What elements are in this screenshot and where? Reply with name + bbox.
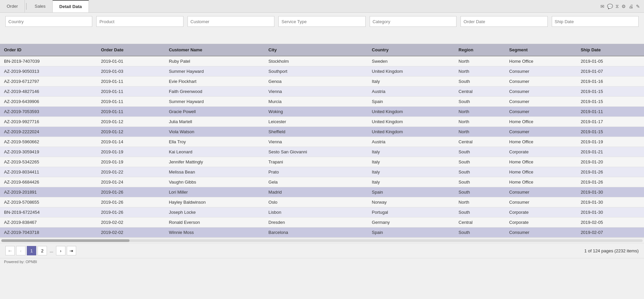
- table-cell: United Kingdom: [368, 107, 455, 117]
- table-row[interactable]: AZ-2019-22220242019-01-12Viola WatsonShe…: [0, 127, 644, 137]
- table-cell: AZ-2019-5960662: [0, 137, 97, 147]
- table-cell: 2019-01-20: [577, 157, 644, 167]
- table-cell: 2019-01-11: [97, 107, 165, 117]
- email-icon[interactable]: ✉: [600, 4, 604, 9]
- table-cell: 2019-02-05: [577, 217, 644, 228]
- tab-sales[interactable]: Sales: [28, 0, 53, 12]
- filter-icon[interactable]: ⧖: [615, 3, 619, 9]
- table-cell: 2019-01-26: [577, 177, 644, 187]
- data-table-wrapper: Order ID Order Date Customer Name City C…: [0, 44, 644, 238]
- settings-icon[interactable]: ⚙: [622, 4, 626, 9]
- filter-category: [370, 16, 457, 40]
- table-cell: Madrid: [264, 187, 368, 197]
- table-cell: Home Office: [505, 157, 577, 167]
- table-cell: Central: [454, 87, 505, 97]
- table-cell: North: [454, 197, 505, 207]
- table-cell: 2019-01-11: [97, 87, 165, 97]
- filter-ship-date: [552, 16, 639, 40]
- table-cell: 2019-01-11: [97, 77, 165, 87]
- comment-icon[interactable]: 💬: [607, 4, 613, 9]
- table-cell: 2019-01-12: [97, 127, 165, 137]
- col-segment: Segment: [505, 44, 577, 56]
- table-row[interactable]: AZ-2019-64399062019-01-11Summer HaywardM…: [0, 97, 644, 107]
- table-cell: Evie Flockhart: [165, 77, 264, 87]
- table-cell: Julia Martell: [165, 117, 264, 127]
- table-cell: Hayley Baldwinson: [165, 197, 264, 207]
- table-cell: Austria: [368, 137, 455, 147]
- footer: Powered by: OPNBI: [0, 258, 644, 265]
- table-row[interactable]: BN-2019-67224542019-01-26Joseph LockeLis…: [0, 207, 644, 217]
- table-cell: South: [454, 228, 505, 238]
- tab-detail-data[interactable]: Detail Data: [53, 0, 89, 12]
- table-cell: 2019-01-26: [97, 187, 165, 197]
- page-ellipsis: ...: [48, 248, 55, 253]
- table-cell: 2019-02-07: [577, 228, 644, 238]
- table-row[interactable]: AZ-2019-99277162019-01-12Julia MartellLe…: [0, 117, 644, 127]
- table-cell: AZ-2019-201891: [0, 187, 97, 197]
- table-row[interactable]: AZ-2019-57086552019-01-26Hayley Baldwins…: [0, 197, 644, 207]
- table-cell: Faith Greenwood: [165, 87, 264, 97]
- category-input[interactable]: [370, 16, 457, 27]
- table-cell: South: [454, 207, 505, 217]
- first-page-button[interactable]: ⇤: [5, 246, 15, 255]
- table-row[interactable]: AZ-2019-66844262019-01-24Vaughn GibbsGel…: [0, 177, 644, 187]
- data-table: Order ID Order Date Customer Name City C…: [0, 44, 644, 238]
- table-cell: 2019-01-07: [577, 66, 644, 77]
- scrollbar-thumb[interactable]: [1, 239, 129, 242]
- table-row[interactable]: BN-2019-74070392019-01-01Ruby PatelStock…: [0, 56, 644, 66]
- table-cell: South: [454, 147, 505, 157]
- edit-icon[interactable]: ✎: [636, 4, 640, 9]
- table-cell: Ella Troy: [165, 137, 264, 147]
- filter-order-date: [461, 16, 547, 40]
- table-cell: Viola Watson: [165, 127, 264, 137]
- table-cell: Genoa: [264, 77, 368, 87]
- table-cell: Home Office: [505, 56, 577, 66]
- table-row[interactable]: AZ-2019-70535932019-01-11Gracie PowellWo…: [0, 107, 644, 117]
- table-cell: BN-2019-6722454: [0, 207, 97, 217]
- prev-page-button[interactable]: ‹: [16, 246, 25, 255]
- page-1-button[interactable]: 1: [27, 246, 36, 255]
- product-input[interactable]: [96, 16, 183, 27]
- table-row[interactable]: AZ-2019-59606622019-01-14Ella TroyVienna…: [0, 137, 644, 147]
- table-cell: Austria: [368, 87, 455, 97]
- table-cell: Consumer: [505, 197, 577, 207]
- table-cell: South: [454, 167, 505, 177]
- col-country: Country: [368, 44, 455, 56]
- horizontal-scrollbar[interactable]: [0, 238, 644, 243]
- print-icon[interactable]: 🖨: [629, 4, 633, 9]
- table-cell: 2019-01-30: [577, 187, 644, 197]
- customer-input[interactable]: [187, 16, 274, 27]
- table-cell: South: [454, 177, 505, 187]
- table-cell: 2019-01-16: [577, 77, 644, 87]
- table-row[interactable]: AZ-2019-48271462019-01-11Faith Greenwood…: [0, 87, 644, 97]
- table-cell: North: [454, 56, 505, 66]
- page-2-button[interactable]: 2: [38, 246, 47, 255]
- table-row[interactable]: AZ-2019-8384672019-02-02Ronald EversonDr…: [0, 217, 644, 228]
- table-cell: Kai Leonard: [165, 147, 264, 157]
- table-cell: Lisbon: [264, 207, 368, 217]
- filter-service-type: [278, 16, 365, 40]
- table-row[interactable]: AZ-2019-80344112019-01-22Melissa BeanPra…: [0, 167, 644, 177]
- table-row[interactable]: AZ-2019-2018912019-01-26Lori MillerMadri…: [0, 187, 644, 197]
- table-row[interactable]: AZ-2019-70437182019-02-02Winnie MossBarc…: [0, 228, 644, 238]
- table-cell: 2019-01-26: [97, 197, 165, 207]
- order-date-input[interactable]: [461, 16, 547, 27]
- table-cell: 2019-01-17: [577, 117, 644, 127]
- table-row[interactable]: AZ-2019-67127972019-01-11Evie FlockhartG…: [0, 77, 644, 87]
- table-cell: 2019-01-15: [577, 87, 644, 97]
- col-ship-date: Ship Date: [577, 44, 644, 56]
- table-cell: 2019-01-26: [577, 167, 644, 177]
- ship-date-input[interactable]: [552, 16, 639, 27]
- table-row[interactable]: AZ-2019-53422652019-01-19Jennifer Mattin…: [0, 157, 644, 167]
- table-cell: Consumer: [505, 187, 577, 197]
- next-page-button[interactable]: ›: [56, 246, 65, 255]
- country-input[interactable]: [5, 16, 92, 27]
- last-page-button[interactable]: ⇥: [67, 246, 76, 255]
- table-row[interactable]: AZ-2019-90503132019-01-03Summer HaywardS…: [0, 66, 644, 77]
- table-cell: North: [454, 66, 505, 77]
- table-cell: Vienna: [264, 137, 368, 147]
- tab-order[interactable]: Order: [0, 0, 25, 12]
- table-cell: Vienna: [264, 87, 368, 97]
- service-type-input[interactable]: [278, 16, 365, 27]
- table-row[interactable]: AZ-2019-30594192019-01-19Kai LeonardSest…: [0, 147, 644, 157]
